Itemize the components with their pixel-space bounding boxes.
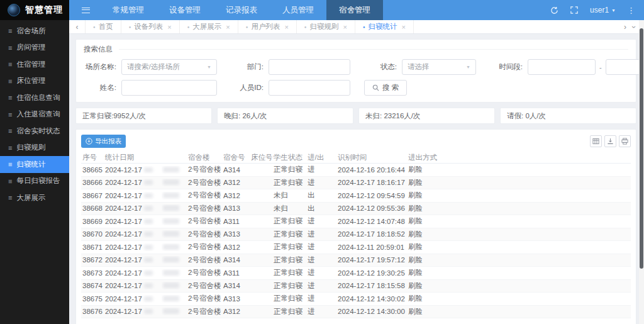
table-row[interactable]: 38676 2024-12-17 2号宿舍楼 A312 正常归寝 进 <box>81 306 631 319</box>
export-report-button[interactable]: 导出报表 <box>81 135 126 148</box>
col-header-index[interactable]: 序号 <box>81 153 104 162</box>
top-nav-item[interactable]: 人员管理 <box>270 0 326 20</box>
dept-input[interactable] <box>269 59 350 75</box>
sidebar-item[interactable]: ≡ 住宿管理 <box>0 56 69 73</box>
redacted-blur <box>163 296 179 301</box>
page-tab[interactable]: ● 大屏展示 × <box>180 20 238 33</box>
sidebar-item[interactable]: ≡ 宿舍场所 <box>0 23 69 40</box>
fullscreen-icon[interactable] <box>570 6 579 14</box>
search-button[interactable]: 搜 索 <box>364 80 407 96</box>
table-row[interactable]: 38667 2024-12-17 2号宿舍楼 A312 未归 出 <box>81 189 631 203</box>
print-button[interactable] <box>619 135 631 147</box>
sidebar-item[interactable]: ≡ 床位管理 <box>0 73 69 90</box>
cell-index: 38675 <box>81 295 104 303</box>
cell-date-text: 2024-12-17 <box>105 230 142 238</box>
cell-date-text: 2024-12-17 <box>105 243 142 251</box>
col-header-time[interactable]: 识别时间 <box>336 153 407 162</box>
page-tab[interactable]: ● 用户列表 × <box>238 20 297 33</box>
tab-close-icon[interactable]: × <box>402 23 406 31</box>
logo-zone: 智慧管理 <box>0 0 69 20</box>
col-header-direction[interactable]: 进/出 <box>306 153 336 162</box>
vertical-scrollbar[interactable] <box>639 20 644 324</box>
page-tab[interactable]: ● 设备列表 × <box>121 20 180 33</box>
cell-date: 2024-12-17 <box>104 282 162 289</box>
time-end-input[interactable] <box>606 59 644 75</box>
sidebar-item[interactable]: ≡ 入住退宿查询 <box>0 106 69 123</box>
top-nav-item[interactable]: 设备管理 <box>157 0 213 20</box>
table-row[interactable]: 38675 2024-12-17 2号宿舍楼 A313 正常归寝 进 <box>81 293 631 306</box>
cell-redacted <box>162 282 187 289</box>
cell-index: 38671 <box>81 243 104 251</box>
cell-redacted <box>162 218 187 225</box>
cell-direction: 进 <box>306 268 336 277</box>
col-header-building[interactable]: 宿舍楼 <box>187 153 222 162</box>
table-row[interactable]: 38673 2024-12-17 2号宿舍楼 A311 正常归寝 进 <box>81 267 631 280</box>
user-menu[interactable]: user1 ▼ <box>590 6 616 14</box>
personid-input[interactable] <box>269 80 350 96</box>
scrollbar-thumb[interactable] <box>640 28 643 269</box>
sidebar-item[interactable]: ≡ 住宿信息查询 <box>0 89 69 106</box>
table-row[interactable]: 38670 2024-12-17 2号宿舍楼 A313 正常归寝 进 <box>81 228 631 242</box>
cell-room: A312 <box>222 179 250 186</box>
tab-close-icon[interactable]: × <box>343 23 347 31</box>
status-select[interactable]: 请选择 ▼ <box>402 59 476 75</box>
kebab-menu-icon[interactable]: ⋮ <box>627 6 635 14</box>
tab-close-icon[interactable]: × <box>226 23 230 31</box>
col-header-bed[interactable]: 床位号 <box>250 153 272 162</box>
grid-columns-button[interactable] <box>590 135 602 147</box>
time-start-input[interactable] <box>528 59 596 75</box>
redacted-blur <box>144 309 153 314</box>
sidebar-item[interactable]: ≡ 大屏展示 <box>0 189 69 206</box>
tabs-scroll-left-icon[interactable]: ‹ <box>69 20 86 33</box>
col-header-method[interactable]: 进出方式 <box>407 153 631 162</box>
cell-date: 2024-12-17 <box>104 243 162 251</box>
tab-close-icon[interactable]: × <box>284 23 288 31</box>
main-content: 搜索信息 场所名称: 请搜索/选择场所 ▼ 部门: 状态: 请选择 ▼ <box>69 34 644 324</box>
cell-room: A311 <box>222 218 250 225</box>
page-tab[interactable]: ● 首页 <box>86 20 121 33</box>
redacted-blur <box>144 271 153 276</box>
top-nav-item[interactable]: 记录报表 <box>213 0 270 20</box>
redacted-blur <box>163 179 179 185</box>
cell-building: 2号宿舍楼 <box>187 165 222 174</box>
table-row[interactable]: 38674 2024-12-17 2号宿舍楼 A314 正常归寝 进 <box>81 280 631 293</box>
table-tools <box>590 135 631 147</box>
top-nav-item[interactable]: 常规管理 <box>100 0 157 20</box>
cell-redacted <box>162 179 187 186</box>
table-row[interactable]: 38672 2024-12-17 2号宿舍楼 A314 正常归寝 进 <box>81 254 631 267</box>
sidebar-item[interactable]: ≡ 宿舍实时状态 <box>0 123 69 140</box>
sidebar-item-label: 住宿信息查询 <box>16 93 60 103</box>
table-row[interactable]: 38669 2024-12-17 2号宿舍楼 A311 正常归寝 进 <box>81 215 631 228</box>
table-row[interactable]: 38666 2024-12-17 2号宿舍楼 A312 正常归寝 进 <box>81 177 631 190</box>
col-header-date[interactable]: 统计日期 <box>104 153 162 162</box>
place-select[interactable]: 请搜索/选择场所 ▼ <box>121 59 217 75</box>
table-row[interactable]: 38668 2024-12-17 2号宿舍楼 A313 未归 出 <box>81 203 631 216</box>
refresh-icon[interactable] <box>550 6 558 14</box>
cell-method: 刷脸 <box>407 204 631 213</box>
download-button[interactable] <box>604 135 616 147</box>
sidebar-item[interactable]: ≡ 归寝统计 <box>0 156 69 173</box>
tab-label: 设备列表 <box>134 22 163 31</box>
name-input[interactable] <box>121 80 217 96</box>
redacted-blur <box>163 167 179 172</box>
page-tab[interactable]: ● 归寝统计 × <box>355 20 414 33</box>
sidebar-item[interactable]: ≡ 每日归寝报告 <box>0 173 69 190</box>
col-header-room[interactable]: 宿舍号 <box>222 153 250 162</box>
tab-close-icon[interactable]: × <box>167 23 171 31</box>
sidebar-item[interactable]: ≡ 房间管理 <box>0 40 69 57</box>
tab-dot-icon: ● <box>187 25 190 29</box>
page-tab[interactable]: ● 归寝规则 × <box>297 20 355 33</box>
table-row[interactable]: 38671 2024-12-17 2号宿舍楼 A312 正常归寝 进 <box>81 241 631 254</box>
cell-method: 刷脸 <box>407 307 631 316</box>
tabs-dropdown-icon[interactable]: › <box>630 26 638 28</box>
sidebar-item[interactable]: ≡ 归寝规则 <box>0 140 69 157</box>
nav-menu-icon[interactable] <box>69 0 100 20</box>
cell-method: 刷脸 <box>407 165 631 174</box>
tabs-scroll-right-icon[interactable]: › <box>624 23 626 31</box>
col-header-status[interactable]: 学生状态 <box>272 153 306 162</box>
cell-room: A314 <box>222 256 250 264</box>
cell-index: 38666 <box>81 179 104 186</box>
table-row[interactable]: 38665 2024-12-17 2号宿舍楼 A314 正常归寝 进 <box>81 164 631 177</box>
redacted-blur <box>163 270 179 276</box>
top-nav-item[interactable]: 宿舍管理 <box>326 0 383 20</box>
